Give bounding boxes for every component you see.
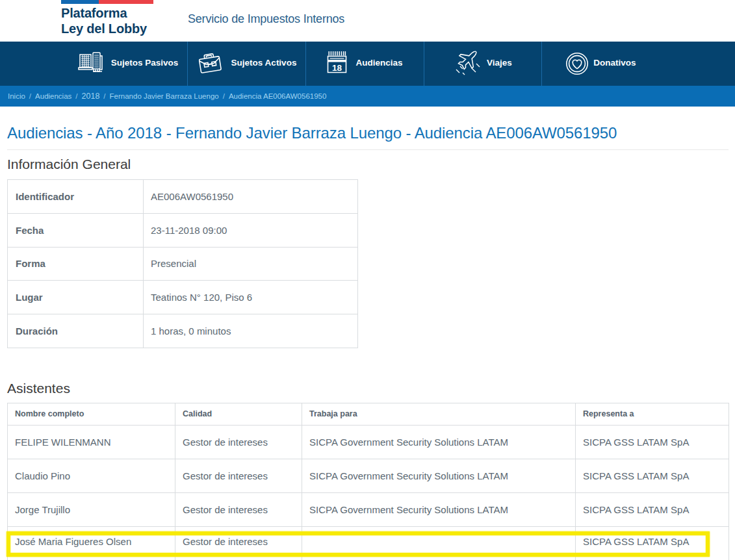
- svg-text:18: 18: [332, 62, 342, 72]
